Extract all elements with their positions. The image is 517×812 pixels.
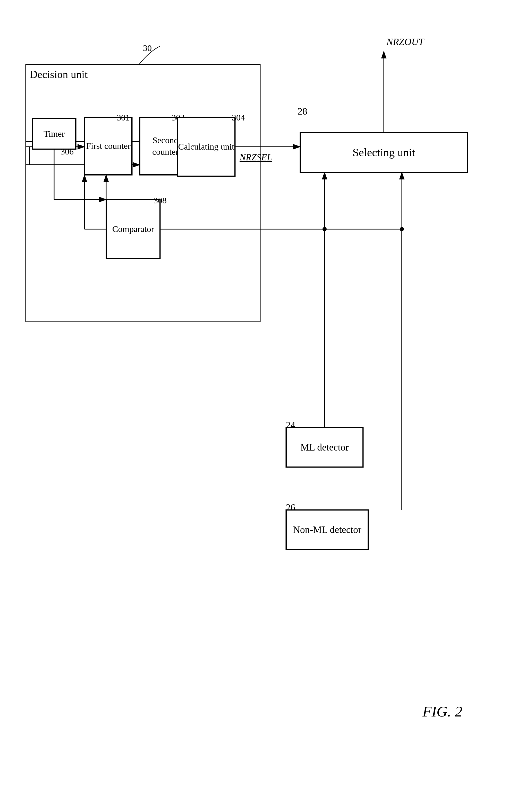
calculating-unit-box: Calculating unit: [177, 117, 235, 176]
ref-306: 306: [60, 147, 74, 156]
ml-detector-box: ML detector: [286, 427, 363, 467]
svg-point-16: [323, 227, 327, 231]
ref-24: 24: [286, 419, 295, 431]
nrzsel-label: NRZSEL: [240, 152, 272, 163]
fig-label: FIG. 2: [423, 703, 462, 720]
ref-28: 28: [298, 106, 307, 117]
svg-point-18: [400, 227, 404, 231]
ref-301: 301: [117, 113, 130, 122]
svg-rect-2: [26, 64, 260, 322]
ref-30: 30: [143, 43, 152, 53]
ref-26: 26: [286, 502, 295, 513]
comparator-box: Comparator: [106, 200, 160, 259]
non-ml-detector-box: Non-ML detector: [286, 510, 369, 550]
ref-304: 304: [232, 113, 245, 122]
first-counter-box: First counter: [84, 117, 132, 175]
timer-box: Timer: [32, 118, 76, 149]
selecting-unit-box: Selecting unit: [300, 133, 467, 173]
nrzout-label: NRZOUT: [386, 36, 424, 47]
ref-308: 308: [154, 196, 167, 205]
decision-unit-label: Decision unit: [30, 68, 88, 81]
